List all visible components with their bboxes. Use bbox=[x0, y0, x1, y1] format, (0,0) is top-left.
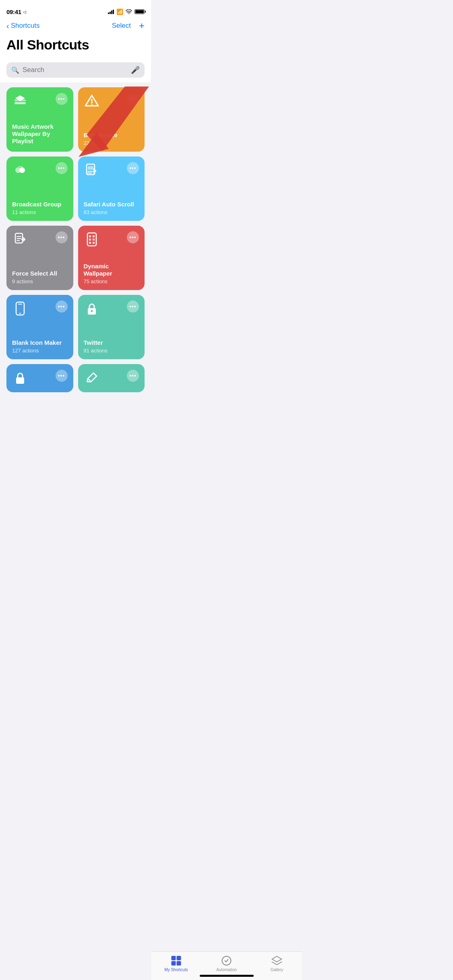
svg-rect-22 bbox=[89, 239, 91, 241]
shortcut-card-safari-auto-scroll[interactable]: ••• Safari Auto Scroll 83 actions bbox=[78, 156, 145, 221]
more-button-dynamic-wallpaper[interactable]: ••• bbox=[127, 231, 139, 243]
shortcut-card-dynamic-wallpaper[interactable]: ••• Dynamic Wallpaper 75 actions bbox=[78, 226, 145, 290]
back-label: Shortcuts bbox=[11, 22, 40, 30]
page-title: All Shortcuts bbox=[6, 37, 145, 53]
phone-icon bbox=[12, 301, 28, 317]
chat-icon bbox=[12, 162, 28, 178]
page-title-area: All Shortcuts bbox=[0, 35, 151, 59]
location-icon: ◁ bbox=[23, 10, 26, 14]
card-subtitle-force-select-all: 9 actions bbox=[12, 278, 68, 284]
shortcut-card-twitter[interactable]: ••• Twitter 91 actions bbox=[78, 295, 145, 359]
shortcut-card-bulk-resize[interactable]: ••• Bulk Resize 22 actions bbox=[78, 87, 145, 152]
document-icon bbox=[12, 231, 28, 247]
phone-grid-icon bbox=[84, 231, 100, 247]
search-icon: 🔍 bbox=[11, 66, 19, 74]
svg-point-0 bbox=[128, 13, 129, 14]
card-subtitle-broadcast-group: 11 actions bbox=[12, 209, 68, 215]
lock-icon-partial bbox=[12, 370, 28, 386]
status-icons: 📶 bbox=[108, 8, 145, 15]
svg-point-28 bbox=[19, 313, 21, 314]
microphone-icon[interactable]: 🎤 bbox=[131, 66, 140, 74]
nav-bar: ‹ Shortcuts Select + bbox=[0, 18, 151, 35]
svg-point-10 bbox=[19, 167, 25, 173]
card-title-force-select-all: Force Select All bbox=[12, 270, 68, 277]
svg-rect-20 bbox=[89, 235, 91, 237]
shortcut-card-force-select-all[interactable]: ••• Force Select All 9 actions bbox=[6, 226, 73, 290]
more-button-force-select-all[interactable]: ••• bbox=[56, 231, 68, 243]
card-subtitle-blank-icon-maker: 127 actions bbox=[12, 348, 68, 354]
card-title-safari-auto-scroll: Safari Auto Scroll bbox=[84, 201, 139, 208]
add-button[interactable]: + bbox=[139, 21, 145, 31]
svg-rect-24 bbox=[89, 242, 91, 244]
more-button-broadcast-group[interactable]: ••• bbox=[56, 162, 68, 174]
lock-icon bbox=[84, 301, 100, 317]
more-button-safari-auto-scroll[interactable]: ••• bbox=[127, 162, 139, 174]
shortcut-card-music-artwork[interactable]: ••• Music Artwork Wallpaper By Playlist bbox=[6, 87, 73, 152]
card-title-dynamic-wallpaper: Dynamic Wallpaper bbox=[84, 263, 139, 277]
more-button-twitter[interactable]: ••• bbox=[127, 301, 139, 313]
pencil-icon bbox=[84, 370, 100, 386]
svg-point-30 bbox=[91, 310, 93, 312]
signal-bars bbox=[108, 10, 114, 14]
status-time: 09:41 bbox=[6, 8, 21, 15]
svg-rect-25 bbox=[93, 242, 95, 244]
svg-point-8 bbox=[91, 104, 92, 105]
more-button-partial-right[interactable]: ••• bbox=[127, 370, 139, 382]
battery-icon bbox=[134, 9, 145, 14]
shortcut-card-partial-left[interactable]: ••• bbox=[6, 364, 73, 392]
more-button-blank-icon-maker[interactable]: ••• bbox=[56, 301, 68, 313]
wifi-icon: 📶 bbox=[116, 8, 123, 15]
card-title-blank-icon-maker: Blank Icon Maker bbox=[12, 339, 68, 346]
card-subtitle-bulk-resize: 22 actions bbox=[84, 140, 139, 146]
svg-rect-31 bbox=[16, 377, 24, 384]
shortcut-card-partial-right[interactable]: ••• bbox=[78, 364, 145, 392]
document-image-icon bbox=[84, 162, 100, 178]
card-subtitle-dynamic-wallpaper: 75 actions bbox=[84, 278, 139, 284]
shortcut-card-blank-icon-maker[interactable]: ••• Blank Icon Maker 127 actions bbox=[6, 295, 73, 359]
shortcut-card-broadcast-group[interactable]: ••• Broadcast Group 11 actions bbox=[6, 156, 73, 221]
svg-rect-12 bbox=[88, 166, 93, 170]
card-title-broadcast-group: Broadcast Group bbox=[12, 201, 68, 208]
chevron-left-icon: ‹ bbox=[6, 22, 9, 30]
card-title-music-artwork: Music Artwork Wallpaper By Playlist bbox=[12, 123, 68, 145]
search-bar[interactable]: 🔍 🎤 bbox=[6, 62, 145, 78]
search-input[interactable] bbox=[23, 66, 128, 74]
svg-rect-21 bbox=[93, 235, 95, 237]
search-container: 🔍 🎤 bbox=[0, 59, 151, 82]
more-button-music-artwork[interactable]: ••• bbox=[56, 93, 68, 105]
svg-rect-4 bbox=[14, 102, 26, 104]
card-subtitle-safari-auto-scroll: 83 actions bbox=[84, 209, 139, 215]
shortcuts-grid: ••• Music Artwork Wallpaper By Playlist … bbox=[0, 82, 151, 432]
card-title-twitter: Twitter bbox=[84, 339, 139, 346]
more-button-partial-left[interactable]: ••• bbox=[56, 370, 68, 382]
card-subtitle-twitter: 91 actions bbox=[84, 348, 139, 354]
card-title-bulk-resize: Bulk Resize bbox=[84, 132, 139, 139]
nav-actions: Select + bbox=[112, 21, 145, 31]
svg-rect-23 bbox=[93, 239, 95, 241]
back-button[interactable]: ‹ Shortcuts bbox=[6, 22, 39, 30]
select-button[interactable]: Select bbox=[112, 22, 131, 30]
wifi-icon bbox=[126, 9, 132, 14]
layers-icon bbox=[12, 93, 28, 109]
svg-rect-19 bbox=[87, 233, 96, 246]
warning-icon bbox=[84, 93, 100, 109]
more-button-bulk-resize[interactable]: ••• bbox=[127, 93, 139, 105]
status-bar: 09:41 ◁ 📶 bbox=[0, 0, 151, 18]
